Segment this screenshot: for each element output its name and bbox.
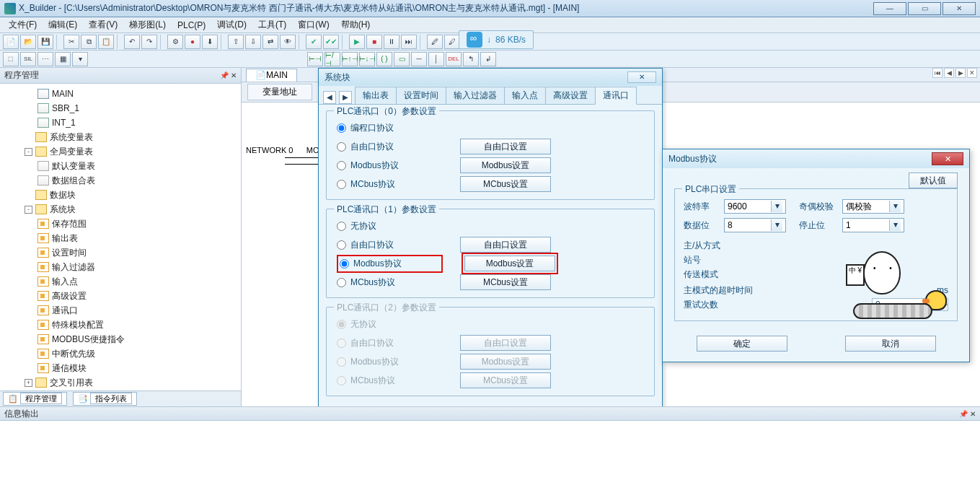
tree-item[interactable]: 输入点 xyxy=(0,274,241,289)
dot-tool-icon[interactable]: ⋯ xyxy=(37,52,53,66)
protocol-settings-button[interactable]: Modbus设置 xyxy=(460,157,551,173)
radio-0-1[interactable] xyxy=(337,142,346,152)
protocol-settings-button[interactable]: MCbus设置 xyxy=(460,176,551,192)
protocol-option[interactable]: 编程口协议 xyxy=(337,118,644,137)
menu-view[interactable]: 查看(V) xyxy=(83,19,123,31)
find-icon[interactable]: 🖉 xyxy=(427,35,443,49)
fbox-icon[interactable]: ▭ xyxy=(394,52,410,66)
nav-close-icon[interactable]: ✕ xyxy=(967,68,977,78)
protocol-option[interactable]: Modbus协议Modbus设置 xyxy=(337,156,644,175)
tree-item[interactable]: 默认变量表 xyxy=(0,159,241,173)
tree-item[interactable]: +交叉引用表 xyxy=(0,375,241,390)
pin-icon[interactable]: 📌 ✕ xyxy=(220,71,237,79)
check-all-icon[interactable]: ✔✔ xyxy=(323,35,339,49)
vline-icon[interactable]: │ xyxy=(428,52,444,66)
tree-item[interactable]: -全局变量表 xyxy=(0,144,241,159)
contact-n-icon[interactable]: ⊢↓⊣ xyxy=(359,52,375,66)
cut-icon[interactable]: ✂ xyxy=(63,35,79,49)
tree-item[interactable]: 保存范围 xyxy=(0,217,241,231)
branch-up-icon[interactable]: ↰ xyxy=(463,52,479,66)
menu-ladder[interactable]: 梯形图(L) xyxy=(123,19,172,31)
tree-item[interactable]: 设置时间 xyxy=(0,245,241,260)
radio-1-0[interactable] xyxy=(337,222,346,231)
protocol-settings-button[interactable]: MCbus设置 xyxy=(460,274,551,290)
step-icon[interactable]: ⏭ xyxy=(401,35,417,49)
tree-item[interactable]: INT_1 xyxy=(0,115,241,130)
cloud-speed-badge[interactable]: ↓ 86 KB/s xyxy=(459,30,534,49)
menu-file[interactable]: 文件(F) xyxy=(3,19,43,31)
open-file-icon[interactable]: 📂 xyxy=(20,35,36,49)
modbus-cancel-button[interactable]: 取消 xyxy=(845,336,936,352)
project-tree[interactable]: MAINSBR_1INT_1系统变量表-全局变量表默认变量表数据组合表数据块-系… xyxy=(0,84,241,391)
link-retry[interactable]: 重试次数 xyxy=(684,299,865,311)
pause-icon[interactable]: ⏸ xyxy=(384,35,399,49)
tab-comm-port[interactable]: 通讯口 xyxy=(595,87,637,105)
tree-item[interactable]: 数据组合表 xyxy=(0,173,241,188)
radio-1-1[interactable] xyxy=(337,240,346,250)
branch-down-icon[interactable]: ↲ xyxy=(480,52,496,66)
radio-0-2[interactable] xyxy=(337,161,346,170)
contact-p-icon[interactable]: ⊢↑⊣ xyxy=(342,52,358,66)
minimize-button[interactable]: — xyxy=(873,2,906,15)
stop-icon[interactable]: ■ xyxy=(366,35,382,49)
tabs-right-arrow[interactable]: ▶ xyxy=(339,91,352,104)
check-icon[interactable]: ✔ xyxy=(306,35,322,49)
output-panel-body[interactable] xyxy=(0,421,980,493)
tree-item[interactable]: 特殊模块配置 xyxy=(0,318,241,332)
hline-icon[interactable]: ─ xyxy=(411,52,427,66)
coil-icon[interactable]: ( ) xyxy=(376,52,392,66)
close-button[interactable]: ✕ xyxy=(943,2,976,15)
protocol-option[interactable]: 无协议 xyxy=(337,315,644,333)
protocol-option[interactable]: 自由口协议自由口设置 xyxy=(337,137,644,156)
new-file-icon[interactable]: 📄 xyxy=(3,35,19,49)
tree-item[interactable]: MODBUS便捷指令 xyxy=(0,332,241,346)
tab-input-filter[interactable]: 输入过滤器 xyxy=(446,87,505,104)
tree-item[interactable]: 通讯口 xyxy=(0,303,241,318)
default-button[interactable]: 默认值 xyxy=(909,173,958,188)
tree-item[interactable]: -系统块 xyxy=(0,202,241,217)
tabs-left-arrow[interactable]: ◀ xyxy=(323,91,336,104)
tab-program-manager[interactable]: 📋 程序管理 xyxy=(3,392,67,406)
radio-2-0[interactable] xyxy=(337,320,346,329)
paste-icon[interactable]: 📋 xyxy=(98,35,114,49)
tab-main[interactable]: 📄 MAIN xyxy=(246,69,297,82)
radio-2-3[interactable] xyxy=(337,376,346,385)
protocol-option[interactable]: 自由口协议自由口设置 xyxy=(337,235,644,254)
radio-0-3[interactable] xyxy=(337,180,346,189)
protocol-settings-button[interactable]: 自由口设置 xyxy=(460,335,551,351)
tree-item[interactable]: SBR_1 xyxy=(0,101,241,115)
radio-2-2[interactable] xyxy=(337,357,346,367)
protocol-settings-button[interactable]: MCbus设置 xyxy=(460,372,551,388)
protocol-option[interactable]: Modbus协议Modbus设置 xyxy=(337,254,644,273)
protocol-option[interactable]: 无协议 xyxy=(337,217,644,235)
tree-item[interactable]: 通信模块 xyxy=(0,361,241,375)
redo-icon[interactable]: ↷ xyxy=(141,35,157,49)
parity-combo[interactable]: 偶校验▾ xyxy=(842,199,904,214)
compile-icon[interactable]: ⚙ xyxy=(167,35,183,49)
online-icon[interactable]: ⇄ xyxy=(262,35,278,49)
maximize-button[interactable]: ▭ xyxy=(908,2,941,15)
tree-item[interactable]: 输入过滤器 xyxy=(0,260,241,274)
tree-item[interactable]: 输出表 xyxy=(0,231,241,245)
tree-item[interactable]: 数据块 xyxy=(0,188,241,202)
tab-set-time[interactable]: 设置时间 xyxy=(396,87,446,104)
tree-item[interactable]: 高级设置 xyxy=(0,289,241,303)
output-panel-close-icon[interactable]: 📌 ✕ xyxy=(959,410,976,418)
protocol-settings-button[interactable]: Modbus设置 xyxy=(460,354,551,370)
save-icon[interactable]: 💾 xyxy=(37,35,53,49)
menu-window[interactable]: 窗口(W) xyxy=(292,19,335,31)
baud-combo[interactable]: 9600▾ xyxy=(724,199,786,214)
contact-no-icon[interactable]: ⊢⊣ xyxy=(307,52,323,66)
menu-plc[interactable]: PLC(P) xyxy=(172,20,211,30)
modbus-close-button[interactable]: ✕ xyxy=(932,152,963,165)
nav-next-icon[interactable]: ▶ xyxy=(955,68,966,78)
protocol-option[interactable]: MCbus协议MCbus设置 xyxy=(337,175,644,193)
radio-2-1[interactable] xyxy=(337,339,346,348)
contact-nc-icon[interactable]: ⊢/⊣ xyxy=(325,52,340,66)
menu-debug[interactable]: 调试(D) xyxy=(211,19,252,31)
protocol-settings-button[interactable]: Modbus设置 xyxy=(464,256,555,271)
download-all-icon[interactable]: ⬇ xyxy=(202,35,218,49)
tab-advanced[interactable]: 高级设置 xyxy=(545,87,596,104)
menu-edit[interactable]: 编辑(E) xyxy=(43,19,83,31)
dialog-close-button[interactable]: ✕ xyxy=(627,71,656,83)
